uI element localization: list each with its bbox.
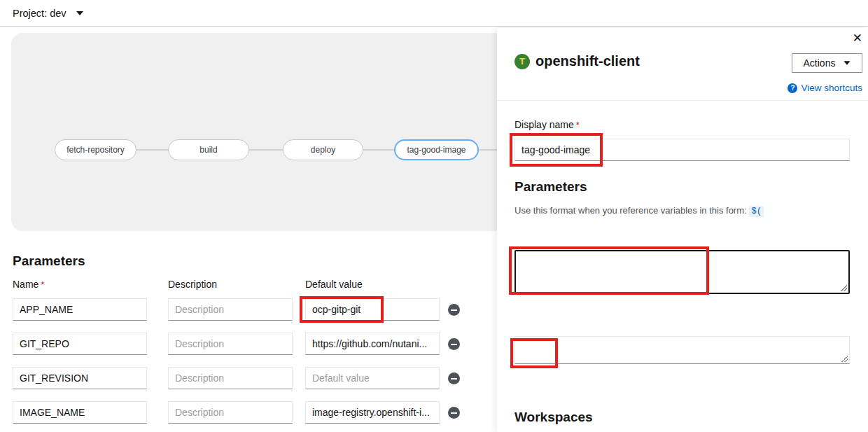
- column-header-default-value: Default value: [305, 279, 363, 290]
- version-textarea[interactable]: [514, 336, 850, 364]
- caret-down-icon: [76, 11, 83, 15]
- remove-parameter-button[interactable]: [448, 372, 460, 384]
- pipeline-connector: [363, 149, 394, 151]
- pipeline-node-build[interactable]: build: [168, 139, 249, 160]
- column-header-name: Name*: [13, 279, 44, 290]
- param-name-input[interactable]: [13, 333, 147, 355]
- project-bar: Project: dev: [0, 0, 868, 27]
- resize-handle[interactable]: [840, 284, 847, 291]
- parameters-section-title: Parameters: [13, 253, 85, 269]
- variable-format-hint: Use this format when you reference varia…: [514, 205, 764, 216]
- pipeline-node-fetch-repository[interactable]: fetch-repository: [55, 139, 136, 160]
- actions-button[interactable]: Actions: [792, 53, 862, 73]
- param-description-input[interactable]: [168, 333, 293, 355]
- script-textarea[interactable]: [514, 250, 850, 294]
- param-name-input[interactable]: [13, 298, 147, 321]
- pipeline-connector: [249, 149, 283, 151]
- panel-header: T openshift-client: [514, 53, 640, 69]
- pipeline-builder-screen: Project: dev fetch-repository build depl…: [0, 0, 868, 432]
- panel-parameters-title: Parameters: [514, 179, 587, 195]
- pipeline-node-label: deploy: [311, 145, 335, 155]
- required-asterisk: *: [576, 120, 580, 130]
- task-side-panel: ✕ T openshift-client Actions ? View shor…: [497, 28, 868, 432]
- pipeline-node-label: build: [200, 145, 217, 155]
- task-title: openshift-client: [536, 53, 640, 69]
- divider: [497, 100, 868, 101]
- param-description-input[interactable]: [168, 298, 293, 321]
- param-name-input[interactable]: [13, 367, 147, 389]
- param-default-input[interactable]: [305, 401, 440, 424]
- pipeline-node-label: fetch-repository: [66, 145, 125, 155]
- close-icon[interactable]: ✕: [853, 32, 862, 44]
- display-name-input[interactable]: [514, 139, 850, 161]
- pipeline-node-label: tag-good-image: [407, 145, 465, 155]
- help-icon: ?: [788, 83, 797, 93]
- param-default-input[interactable]: [305, 298, 440, 321]
- actions-button-label: Actions: [804, 57, 836, 69]
- param-description-input[interactable]: [168, 367, 293, 389]
- param-default-input[interactable]: [305, 333, 440, 355]
- view-shortcuts-link[interactable]: ? View shortcuts: [788, 83, 862, 93]
- param-description-input[interactable]: [168, 401, 293, 424]
- project-selector-label: Project: dev: [13, 8, 66, 19]
- remove-parameter-button[interactable]: [448, 407, 460, 419]
- pipeline-connector: [136, 149, 168, 151]
- param-default-input[interactable]: [305, 367, 440, 389]
- workspaces-title: Workspaces: [514, 410, 593, 425]
- pipeline-node-tag-good-image[interactable]: tag-good-image: [394, 139, 479, 160]
- task-badge-icon: T: [514, 54, 530, 69]
- required-asterisk: *: [41, 279, 44, 290]
- remove-parameter-button[interactable]: [448, 304, 460, 316]
- variable-format-code: $(: [749, 206, 764, 217]
- column-header-description: Description: [168, 279, 217, 290]
- project-selector[interactable]: Project: dev: [13, 8, 83, 19]
- caret-down-icon: [844, 61, 850, 64]
- remove-parameter-button[interactable]: [448, 338, 460, 350]
- view-shortcuts-label: View shortcuts: [801, 83, 862, 93]
- display-name-label: Display name*: [514, 119, 580, 130]
- pipeline-node-deploy[interactable]: deploy: [283, 139, 363, 160]
- param-name-input[interactable]: [13, 401, 147, 424]
- resize-handle[interactable]: [841, 355, 848, 362]
